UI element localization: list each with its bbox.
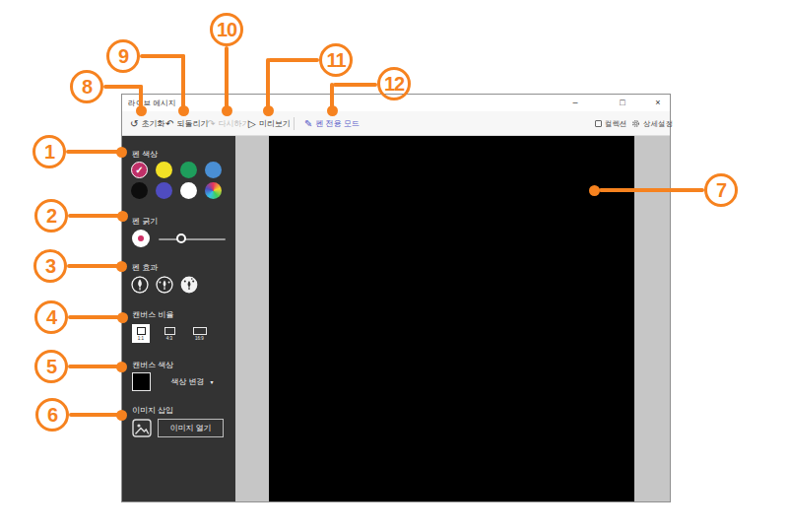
content-area: 펜 색상 ✓ 펜 굵기 펜 효과 xyxy=(122,136,670,501)
canvas-color-change-button[interactable]: 색상 변경 ▾ xyxy=(158,372,227,391)
pen-color-green[interactable] xyxy=(180,162,197,178)
reset-button[interactable]: ↺ 초기화 xyxy=(130,116,164,131)
callout-3-dot xyxy=(116,261,127,272)
pen-icon: ✎ xyxy=(304,119,312,129)
pen-color-black[interactable] xyxy=(131,182,148,199)
pen-color-yellow[interactable] xyxy=(156,162,172,178)
ratio-1-1-label: 1:1 xyxy=(138,336,144,341)
callout-9-dot xyxy=(178,105,189,116)
callout-1-dot xyxy=(116,147,127,158)
maximize-button[interactable]: □ xyxy=(615,96,630,109)
callout-8-dot xyxy=(136,105,147,116)
callout-12: 12 xyxy=(377,67,411,100)
collection-icon xyxy=(595,120,602,127)
callout-10-dot xyxy=(222,105,232,116)
drawing-canvas[interactable] xyxy=(269,136,634,501)
ratio-4-3-label: 4:3 xyxy=(166,336,172,341)
pen-thickness-label: 펜 굵기 xyxy=(132,216,158,227)
ratio-16-9-label: 16:9 xyxy=(195,336,204,341)
callout-11-dot xyxy=(263,105,274,116)
callout-10: 10 xyxy=(210,13,243,46)
toolbar: ↺ 초기화 ↶ 되돌리기 ↷ 다시하기 ▷ 미리보기 ✎ 펜 전용 모드 xyxy=(122,111,670,136)
thickness-slider-track[interactable] xyxy=(159,238,226,240)
sidebar: 펜 색상 ✓ 펜 굵기 펜 효과 xyxy=(122,136,235,501)
callout-5-line xyxy=(68,365,121,368)
callout-1: 1 xyxy=(33,135,66,168)
ratio-4-3-icon xyxy=(164,327,175,335)
callout-9-line-v xyxy=(181,54,185,108)
settings-button[interactable]: 상세설정 xyxy=(631,116,673,131)
image-insert-label: 이미지 삽입 xyxy=(132,405,173,416)
app-window: 라이브 메시지 – □ × ↺ 초기화 ↶ 되돌리기 ↷ 다시하기 ▷ 미리보기 xyxy=(121,94,671,502)
ratio-1-1-icon xyxy=(137,327,146,335)
callout-2-dot xyxy=(117,211,128,222)
pen-color-indigo[interactable] xyxy=(156,182,172,199)
pen-color-crimson[interactable]: ✓ xyxy=(131,162,148,178)
chevron-down-icon: ▾ xyxy=(211,378,214,385)
callout-11: 11 xyxy=(319,43,353,77)
callout-11-line-v xyxy=(266,58,270,108)
redo-icon: ↷ xyxy=(207,119,215,129)
pen-only-mode-button[interactable]: ✎ 펜 전용 모드 xyxy=(304,116,360,131)
minimize-button[interactable]: – xyxy=(567,96,583,109)
preview-label: 미리보기 xyxy=(259,118,291,129)
callout-10-line xyxy=(225,46,229,108)
gear-icon xyxy=(631,119,640,128)
pen-effect-plain-icon[interactable] xyxy=(131,276,149,294)
toolbar-divider xyxy=(294,117,295,130)
reset-icon: ↺ xyxy=(130,119,138,129)
callout-3-line xyxy=(67,264,121,268)
canvas-ratio-label: 캔버스 비율 xyxy=(132,309,173,320)
ratio-1-1-button[interactable]: 1:1 xyxy=(132,324,150,343)
callout-7: 7 xyxy=(704,173,738,207)
check-icon: ✓ xyxy=(132,163,147,177)
callout-7-dot xyxy=(589,185,600,196)
callout-4-dot xyxy=(117,312,128,323)
color-change-label: 색상 변경 xyxy=(170,376,204,387)
open-image-button[interactable]: 이미지 열기 xyxy=(158,419,224,437)
brush-size-preview xyxy=(132,230,150,247)
window-title: 라이브 메시지 xyxy=(128,99,175,108)
callout-3: 3 xyxy=(33,249,67,283)
callout-6-dot xyxy=(116,410,127,421)
ratio-16-9-icon xyxy=(193,327,207,335)
callout-11-line-h xyxy=(268,58,319,62)
undo-label: 되돌리기 xyxy=(176,118,208,129)
collection-button[interactable]: 컬렉션 xyxy=(595,116,627,131)
ratio-16-9-button[interactable]: 16:9 xyxy=(189,324,210,343)
close-button[interactable]: × xyxy=(650,96,666,109)
reset-label: 초기화 xyxy=(141,118,164,129)
callout-5-dot xyxy=(116,362,127,372)
undo-button[interactable]: ↶ 되돌리기 xyxy=(165,116,208,131)
callout-8: 8 xyxy=(70,70,103,103)
pen-effect-sparkle-icon[interactable] xyxy=(180,276,198,294)
play-icon: ▷ xyxy=(248,119,256,129)
collection-label: 컬렉션 xyxy=(605,119,627,129)
callout-1-line xyxy=(66,150,121,154)
callout-7-line xyxy=(599,188,704,192)
callout-12-dot xyxy=(327,105,338,116)
pen-effect-glow-icon[interactable] xyxy=(156,276,173,294)
annotated-screenshot: 라이브 메시지 – □ × ↺ 초기화 ↶ 되돌리기 ↷ 다시하기 ▷ 미리보기 xyxy=(0,0,788,532)
callout-12-line-h xyxy=(333,83,377,87)
callout-4-line xyxy=(68,315,122,319)
callout-9: 9 xyxy=(106,39,140,73)
callout-4: 4 xyxy=(34,300,68,334)
callout-8-line-h xyxy=(103,85,143,89)
thickness-slider-knob[interactable] xyxy=(176,233,186,243)
pen-color-label: 펜 색상 xyxy=(132,149,158,160)
canvas-color-label: 캔버스 색상 xyxy=(132,360,173,370)
ratio-4-3-button[interactable]: 4:3 xyxy=(161,324,178,343)
pen-color-picker-rainbow[interactable] xyxy=(205,182,222,199)
image-icon xyxy=(132,419,152,437)
open-image-label: 이미지 열기 xyxy=(169,423,211,433)
redo-button[interactable]: ↷ 다시하기 xyxy=(207,116,249,131)
pen-color-white[interactable] xyxy=(180,182,197,199)
callout-2-line xyxy=(68,214,122,218)
undo-icon: ↶ xyxy=(165,119,173,129)
pen-color-blue[interactable] xyxy=(205,162,222,178)
canvas-color-swatch[interactable] xyxy=(132,372,151,391)
pen-only-mode-label: 펜 전용 모드 xyxy=(315,118,359,129)
redo-label: 다시하기 xyxy=(218,118,249,129)
preview-button[interactable]: ▷ 미리보기 xyxy=(248,116,291,131)
